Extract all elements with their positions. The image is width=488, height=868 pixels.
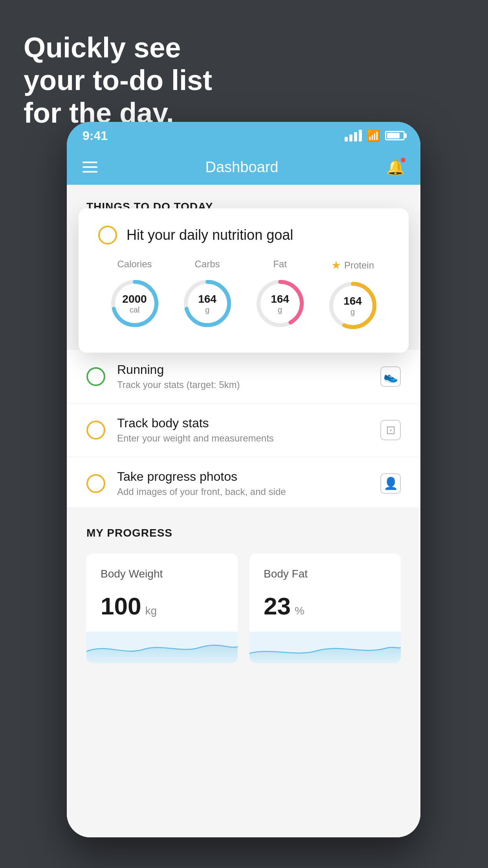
body-fat-title: Body Fat — [264, 568, 387, 580]
metric-protein-label: ★ Protein — [331, 259, 374, 272]
progress-card-weight[interactable]: Body Weight 100 kg — [86, 554, 238, 663]
metric-calories: Calories 2000 cal — [107, 259, 162, 331]
todo-title-running: Running — [117, 362, 369, 377]
hero-text: Quickly see your to-do list for the day. — [24, 31, 212, 129]
shoe-icon: 👟 — [380, 366, 401, 387]
todo-circle-running — [86, 367, 105, 386]
metric-protein: ★ Protein 164 g — [325, 259, 380, 333]
app-header: Dashboard 🔔 — [67, 149, 420, 185]
body-fat-unit: % — [295, 605, 305, 617]
calories-ring: 2000 cal — [107, 276, 162, 331]
todo-item-body-stats[interactable]: Track body stats Enter your weight and m… — [67, 403, 420, 457]
nutrition-card-header: Hit your daily nutrition goal — [98, 226, 389, 245]
status-time: 9:41 — [83, 129, 108, 143]
body-weight-value: 100 kg — [101, 592, 224, 620]
metric-fat: Fat 164 g — [253, 259, 308, 331]
todo-subtitle-body-stats: Enter your weight and measurements — [117, 433, 369, 444]
metric-carbs-label: Carbs — [194, 259, 220, 270]
todo-item-progress-photos[interactable]: Take progress photos Add images of your … — [67, 457, 420, 510]
signal-icon — [345, 130, 362, 142]
progress-card-fat[interactable]: Body Fat 23 % — [250, 554, 401, 663]
todo-subtitle-progress-photos: Add images of your front, back, and side — [117, 486, 369, 497]
nutrition-metrics: Calories 2000 cal Carbs — [98, 259, 389, 333]
progress-cards: Body Weight 100 kg — [86, 554, 401, 663]
carbs-value: 164 g — [198, 293, 216, 314]
nutrition-card[interactable]: Hit your daily nutrition goal Calories 2… — [79, 208, 409, 353]
todo-circle-body-stats — [86, 421, 105, 440]
progress-section: MY PROGRESS Body Weight 100 kg — [67, 507, 420, 663]
progress-title: MY PROGRESS — [86, 527, 401, 539]
battery-icon — [385, 131, 405, 140]
todo-list: Running Track your stats (target: 5km) 👟… — [67, 350, 420, 510]
todo-circle-progress-photos — [86, 474, 105, 493]
hero-line2: your to-do list — [24, 64, 212, 97]
phone-mockup: 9:41 📶 Dashboard 🔔 THINGS TO DO TODAY — [67, 122, 420, 837]
body-fat-chart — [250, 632, 401, 663]
metric-fat-label: Fat — [273, 259, 287, 270]
fat-value: 164 g — [271, 293, 289, 314]
star-icon: ★ — [331, 259, 341, 272]
metric-carbs: Carbs 164 g — [180, 259, 235, 331]
body-fat-number: 23 — [264, 592, 291, 620]
fat-ring: 164 g — [253, 276, 308, 331]
body-weight-unit: kg — [145, 605, 157, 617]
todo-title-progress-photos: Take progress photos — [117, 469, 369, 484]
body-weight-chart — [86, 632, 238, 663]
todo-item-running[interactable]: Running Track your stats (target: 5km) 👟 — [67, 350, 420, 403]
body-weight-title: Body Weight — [101, 568, 224, 580]
status-icons: 📶 — [345, 129, 405, 142]
notification-dot — [400, 157, 406, 163]
todo-text-running: Running Track your stats (target: 5km) — [117, 362, 369, 390]
status-bar: 9:41 📶 — [67, 122, 420, 149]
todo-title-body-stats: Track body stats — [117, 416, 369, 430]
person-icon: 👤 — [380, 473, 401, 494]
body-weight-number: 100 — [101, 592, 141, 620]
wifi-icon: 📶 — [367, 129, 380, 142]
header-title: Dashboard — [205, 159, 279, 176]
protein-ring: 164 g — [325, 278, 380, 333]
carbs-ring: 164 g — [180, 276, 235, 331]
todo-text-body-stats: Track body stats Enter your weight and m… — [117, 416, 369, 444]
todo-subtitle-running: Track your stats (target: 5km) — [117, 379, 369, 390]
todo-text-progress-photos: Take progress photos Add images of your … — [117, 469, 369, 497]
protein-value: 164 g — [343, 295, 362, 316]
hero-line1: Quickly see — [24, 31, 212, 64]
nutrition-checkbox[interactable] — [98, 226, 117, 245]
scale-icon: ⊡ — [380, 420, 401, 440]
app-content: THINGS TO DO TODAY Hit your daily nutrit… — [67, 185, 420, 837]
metric-calories-label: Calories — [117, 259, 152, 270]
calories-value: 2000 cal — [122, 293, 147, 314]
menu-button[interactable] — [83, 162, 97, 173]
notification-button[interactable]: 🔔 — [386, 158, 405, 176]
nutrition-card-title: Hit your daily nutrition goal — [127, 227, 293, 243]
body-fat-value: 23 % — [264, 592, 387, 620]
